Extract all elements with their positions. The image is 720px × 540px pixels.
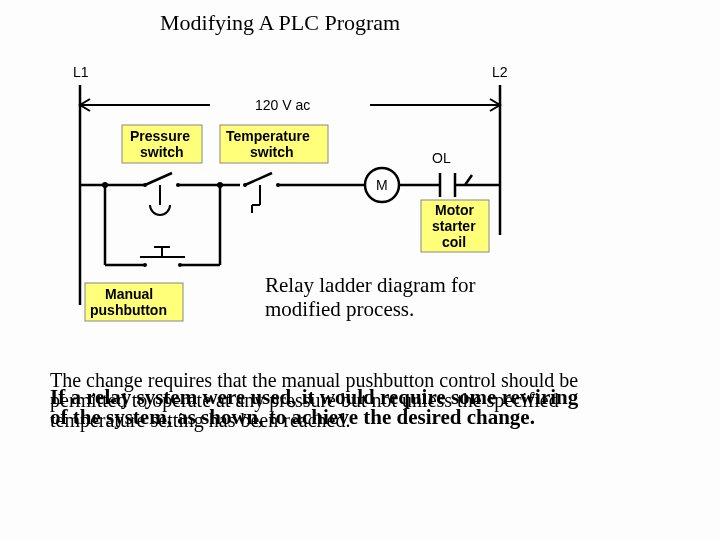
description-paragraph-2: If a relay system were used, it would re… [50, 388, 580, 428]
pushbutton-label-1: Manual [105, 286, 153, 302]
caption-line-2: modified process. [265, 297, 414, 321]
rail-left-label: L1 [73, 64, 89, 80]
voltage-label: 120 V ac [255, 97, 310, 113]
temperature-switch-label-1: Temperature [226, 128, 310, 144]
svg-line-6 [145, 173, 172, 185]
pressure-switch-label-1: Pressure [130, 128, 190, 144]
caption-line-1: Relay ladder diagram for [265, 273, 476, 297]
page-title: Modifying A PLC Program [160, 10, 400, 36]
diagram-caption: Relay ladder diagram for modified proces… [265, 273, 476, 321]
temperature-switch-label-2: switch [250, 144, 294, 160]
motor-label-3: coil [442, 234, 466, 250]
motor-symbol: M [376, 177, 388, 193]
motor-label-2: starter [432, 218, 476, 234]
pressure-switch-label-2: switch [140, 144, 184, 160]
pushbutton-label-2: pushbutton [90, 302, 167, 318]
motor-label-1: Motor [435, 202, 474, 218]
svg-point-22 [143, 263, 147, 267]
svg-point-29 [217, 182, 223, 188]
rail-right-label: L2 [492, 64, 508, 80]
overload-label: OL [432, 150, 451, 166]
svg-line-11 [245, 173, 272, 185]
